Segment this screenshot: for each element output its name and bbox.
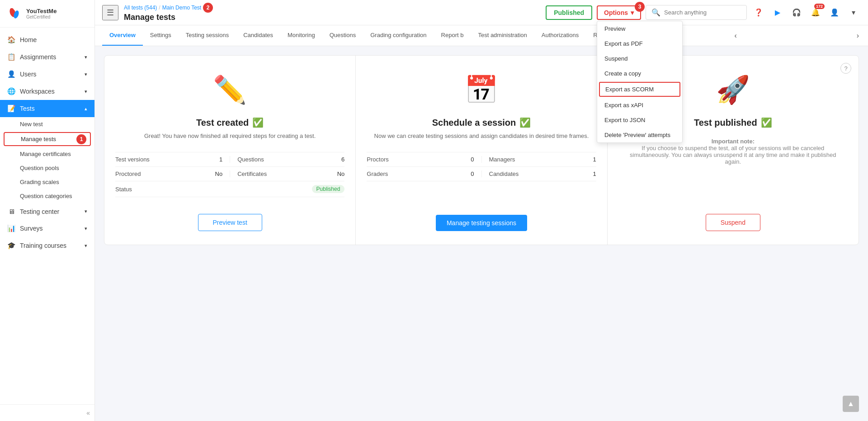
sidebar-collapse-btn[interactable]: « — [0, 404, 94, 421]
test-created-card: ✏️ Test created ✅ Great! You have now fi… — [104, 56, 356, 245]
main-demo-test-link[interactable]: Main Demo Test — [162, 5, 201, 11]
account-chevron-button[interactable]: ▾ — [846, 5, 861, 20]
search-bar[interactable]: 🔍 — [646, 5, 747, 20]
help-button[interactable]: ❓ — [751, 5, 766, 20]
stat-row-proctors: Proctors 0 Managers 1 — [367, 152, 596, 167]
tab-monitoring[interactable]: Monitoring — [280, 25, 322, 46]
sidebar-item-label: Tests — [20, 105, 35, 112]
dropdown-item-create-copy[interactable]: Create a copy — [597, 66, 682, 81]
tests-icon: 📝 — [7, 104, 15, 113]
dropdown-item-suspend[interactable]: Suspend — [597, 51, 682, 66]
stat-value-proctored: No — [215, 170, 223, 177]
search-icon: 🔍 — [651, 8, 660, 17]
dropdown-item-export-pdf[interactable]: Export as PDF — [597, 36, 682, 51]
stat-label-certificates: Certificates — [237, 170, 337, 177]
tab-report-b[interactable]: Report b — [434, 25, 471, 46]
menu-toggle-button[interactable]: ☰ — [102, 5, 118, 20]
chevron-down-icon: ▾ — [85, 243, 87, 249]
all-tests-link[interactable]: All tests (544) — [124, 5, 157, 11]
play-icon: ▶ — [775, 8, 780, 17]
tab-testing-sessions[interactable]: Testing sessions — [179, 25, 236, 46]
tabs-next-button[interactable]: › — [855, 30, 861, 42]
options-dropdown-menu: Preview Export as PDF Suspend Create a c… — [597, 21, 683, 143]
users-icon: 👤 — [7, 70, 15, 78]
sidebar-subitem-manage-tests[interactable]: Manage tests 1 — [4, 132, 91, 146]
options-label: Options — [604, 9, 628, 16]
tab-authorizations[interactable]: Authorizations — [534, 25, 586, 46]
card2-title: Schedule a session ✅ — [432, 117, 531, 128]
arrow-up-icon: ▲ — [847, 400, 854, 408]
sidebar-subitem-new-test[interactable]: New test — [0, 117, 94, 131]
logo-icon — [6, 5, 23, 22]
logo-tagline: GetCertified — [26, 14, 57, 19]
sidebar-item-training-courses[interactable]: 🎓 Training courses ▾ — [0, 237, 94, 254]
options-button[interactable]: Options ▾ 3 — [597, 5, 641, 20]
stat-row-versions: Test versions 1 Questions 6 — [115, 152, 344, 167]
back-to-top-button[interactable]: ▲ — [843, 396, 859, 412]
sidebar-subitem-grading-scales[interactable]: Grading scales — [0, 175, 94, 189]
dropdown-item-export-xapi[interactable]: Export as xAPI — [597, 98, 682, 113]
check-circle-icon: ✅ — [252, 117, 264, 128]
tab-questions[interactable]: Questions — [322, 25, 363, 46]
check-circle-icon: ✅ — [519, 117, 531, 128]
tab-settings[interactable]: Settings — [143, 25, 179, 46]
tabs-prev-button[interactable]: ‹ — [732, 30, 738, 42]
tab-test-administration[interactable]: Test administration — [471, 25, 534, 46]
search-input[interactable] — [664, 9, 741, 16]
schedule-session-card: 📅 Schedule a session ✅ Now we can create… — [356, 56, 607, 245]
stat-row-status: Status Published — [115, 181, 344, 197]
sidebar-item-users[interactable]: 👤 Users ▾ — [0, 66, 94, 83]
help-circle-icon[interactable]: ? — [840, 63, 851, 74]
tab-overview[interactable]: Overview — [102, 25, 143, 46]
stat-value-graders: 0 — [471, 170, 474, 177]
dropdown-item-export-scorm[interactable]: Export as SCORM — [599, 82, 680, 97]
chevron-down-icon: ▾ — [85, 89, 87, 95]
sidebar-item-tests[interactable]: 📝 Tests ▴ — [0, 100, 94, 117]
sidebar-subitem-label: Question categories — [20, 193, 72, 199]
sidebar-nav: 🏠 Home 📋 Assignments ▾ 👤 Users ▾ 🌐 Works… — [0, 28, 94, 404]
headset-icon: 🎧 — [792, 8, 801, 17]
surveys-icon: 📊 — [7, 224, 15, 232]
stat-value-candidates: 1 — [593, 170, 596, 177]
dropdown-item-preview[interactable]: Preview — [597, 21, 682, 36]
options-badge: 3 — [635, 2, 645, 12]
sidebar-item-home[interactable]: 🏠 Home — [0, 31, 94, 48]
headset-button[interactable]: 🎧 — [789, 5, 804, 20]
tab-grading-configuration[interactable]: Grading configuration — [363, 25, 434, 46]
stat-value-versions: 1 — [219, 156, 222, 163]
bell-icon: 🔔 — [811, 8, 820, 17]
sidebar-subitem-question-categories[interactable]: Question categories — [0, 189, 94, 203]
stat-divider — [230, 170, 230, 177]
training-icon: 🎓 — [7, 241, 15, 250]
dropdown-item-export-json[interactable]: Export to JSON — [597, 113, 682, 128]
user-avatar-button[interactable]: 👤 — [827, 5, 842, 20]
suspend-button[interactable]: Suspend — [706, 214, 760, 231]
manage-tests-badge: 1 — [76, 134, 86, 144]
stat-divider — [481, 170, 482, 177]
sidebar-item-label: Users — [20, 71, 37, 78]
stat-value-managers: 1 — [593, 156, 596, 163]
card3-title-text: Test published — [694, 118, 757, 128]
manage-testing-sessions-button[interactable]: Manage testing sessions — [436, 215, 527, 231]
home-icon: 🏠 — [7, 36, 15, 44]
published-button[interactable]: Published — [546, 5, 592, 20]
tab-candidates[interactable]: Candidates — [236, 25, 280, 46]
stat-label-graders: Graders — [367, 170, 471, 177]
important-note-text: If you choose to suspend the test, all o… — [630, 145, 836, 165]
sidebar-item-surveys[interactable]: 📊 Surveys ▾ — [0, 220, 94, 237]
play-button[interactable]: ▶ — [770, 5, 785, 20]
question-icon: ❓ — [754, 8, 763, 17]
sidebar-item-assignments[interactable]: 📋 Assignments ▾ — [0, 48, 94, 66]
overview-cards: ? ✏️ Test created ✅ Great! You have now … — [104, 55, 859, 245]
card1-title: Test created ✅ — [196, 117, 264, 128]
sidebar-subitem-manage-certificates[interactable]: Manage certificates — [0, 147, 94, 161]
sidebar-subitem-question-pools[interactable]: Question pools — [0, 161, 94, 175]
dropdown-item-delete-preview[interactable]: Delete 'Preview' attempts — [597, 128, 682, 142]
sidebar-item-label: Testing center — [20, 208, 59, 215]
sidebar-item-testing-center[interactable]: 🖥 Testing center ▾ — [0, 203, 94, 220]
preview-test-button[interactable]: Preview test — [198, 214, 262, 231]
stat-label-managers: Managers — [489, 156, 593, 163]
assignments-icon: 📋 — [7, 53, 15, 61]
sidebar-item-workspaces[interactable]: 🌐 Workspaces ▾ — [0, 83, 94, 100]
notifications-button[interactable]: 🔔 172 — [808, 5, 823, 20]
